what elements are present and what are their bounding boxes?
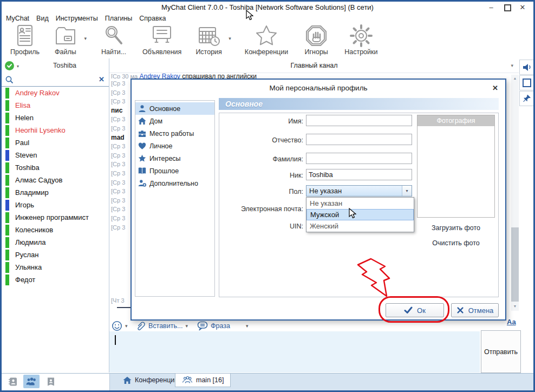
gender-option-unspecified[interactable]: Не указан [306,198,414,209]
nav-item-additional[interactable]: Дополнительно [135,177,214,190]
contact-row[interactable]: Helen [2,112,109,124]
sound-button[interactable] [519,60,534,75]
announcements-button[interactable]: Объявления [142,24,181,56]
online-status-icon[interactable] [5,61,14,70]
nav-item-personal[interactable]: Личное [135,140,214,152]
contact-row[interactable]: Heorhii Lysenko [2,124,109,136]
window-mode-button[interactable] [519,75,534,90]
emoji-caret-icon[interactable]: ▾ [125,323,128,329]
badge-view-button[interactable] [43,375,59,388]
middle-name-label: Отчество: [222,136,303,144]
status-caret-icon[interactable]: ▾ [17,64,19,69]
nav-item-work[interactable]: Место работы [135,127,214,140]
announcements-board-icon [150,24,174,48]
ok-button[interactable]: Ок [386,303,444,317]
dialog-close-icon[interactable]: ✕ [492,84,498,92]
maximize-button[interactable] [501,3,514,12]
contact-row[interactable]: Алмас Садуов [2,174,109,186]
message-input[interactable] [109,331,480,373]
ignores-button[interactable]: Игноры [304,24,328,56]
clear-photo-button[interactable]: Очистить фото [417,239,495,247]
tab-main-channel[interactable]: main [16] [175,374,231,387]
speaker-icon [522,62,532,72]
files-folder-icon [54,24,77,48]
menu-item-plugins[interactable]: Плагины [105,15,133,22]
window-icon [523,79,531,87]
contact-search-bar[interactable]: ✕ [2,74,109,87]
contact-row[interactable]: Людмила [2,236,109,249]
contact-row[interactable]: Elisa [2,99,109,112]
contact-row[interactable]: Andrey Rakov [2,87,109,99]
contact-row[interactable]: Инженер программист [2,211,109,224]
minimize-button[interactable]: – [485,3,498,12]
send-button[interactable]: Отправить [481,330,521,373]
contact-row[interactable]: Paul [2,136,109,149]
paperclip-icon [135,321,146,331]
pin-button[interactable] [519,91,534,106]
contact-row[interactable]: Руслан [2,249,109,261]
last-name-field[interactable] [306,153,412,164]
channel-header[interactable]: Главный канал ▾ [109,58,519,73]
contacts-view-button[interactable] [23,375,40,388]
ignore-stop-hand-icon [304,24,328,48]
conferences-button[interactable]: Конференции [245,24,288,56]
nav-item-interests[interactable]: Интересы [135,152,214,165]
contact-row[interactable]: Федот [2,273,109,286]
combo-caret-icon[interactable]: ▾ [402,186,412,196]
history-button[interactable]: История ▾ [195,24,221,56]
middle-name-field[interactable] [306,134,412,145]
menu-item-view[interactable]: Вид [36,15,49,22]
chat-side-toolbar [519,60,533,107]
settings-button[interactable]: Настройки [344,24,377,56]
menu-item-mychat[interactable]: MyChat [6,15,29,22]
nav-item-past[interactable]: Прошлое [135,165,214,177]
address-book-button[interactable] [5,375,21,388]
book-icon [138,167,146,175]
chat-log-fragment: [Чт 3 [111,297,125,304]
scrollbar-down-icon[interactable]: ▼ [511,302,519,311]
nav-item-general[interactable]: Основное [135,102,214,115]
files-button[interactable]: Файлы ▾ [54,24,77,56]
insert-caret-icon[interactable]: ▾ [185,323,188,329]
contact-row[interactable]: Ульянка [2,261,109,273]
close-button[interactable]: ✕ [516,3,529,12]
nick-field[interactable] [306,169,412,180]
insert-button[interactable]: Вставить... ▾ [135,321,188,331]
home-icon [138,117,146,125]
chat-scrollbar-thumb[interactable] [511,227,519,302]
current-user-label: Toshiba [21,62,109,69]
profile-button[interactable]: Профиль [10,24,40,56]
nav-item-home[interactable]: Дом [135,115,214,127]
contact-row[interactable]: Колесников [2,224,109,236]
contact-row[interactable]: Toshiba [2,161,109,174]
history-dropdown-caret-icon[interactable]: ▾ [229,36,231,41]
contact-row[interactable]: Игорь [2,199,109,211]
contact-row[interactable]: Steven [2,149,109,161]
search-clear-icon[interactable]: ✕ [99,75,105,83]
cancel-button[interactable]: Отмена [451,303,499,317]
gender-select[interactable]: Не указан ▾ [306,185,412,197]
menu-bar: MyChat Вид Инструменты Плагины Справка [2,14,166,23]
load-photo-button[interactable]: Загрузить фото [417,224,495,232]
font-settings-link[interactable]: Aa [507,318,516,326]
search-button[interactable]: Найти... [101,24,126,56]
person-badge-icon [46,377,56,387]
menu-item-help[interactable]: Справка [139,15,166,22]
phrase-button[interactable]: Фраза ▾ [197,321,248,331]
contact-row[interactable]: Владимир [2,186,109,199]
menu-item-tools[interactable]: Инструменты [56,15,98,22]
contact-list: Andrey Rakov Elisa Helen Heorhii Lysenko… [2,87,109,373]
message-author-link[interactable]: Andrey Rakov [140,73,180,79]
gender-option-male[interactable]: Мужской [306,209,414,220]
first-name-field[interactable] [306,115,412,126]
smiley-icon [112,321,122,331]
files-dropdown-caret-icon[interactable]: ▾ [84,36,87,41]
sidebar-mode-switcher [2,374,110,391]
status-bar [5,225,9,236]
phrase-caret-icon[interactable]: ▾ [246,323,249,329]
status-bar [5,275,9,285]
channel-caret-icon[interactable]: ▾ [511,58,513,73]
scrollbar-up-icon[interactable]: ▲ [511,75,519,82]
gender-option-female[interactable]: Женский [306,220,414,232]
emoji-button[interactable]: ▾ [112,321,128,331]
